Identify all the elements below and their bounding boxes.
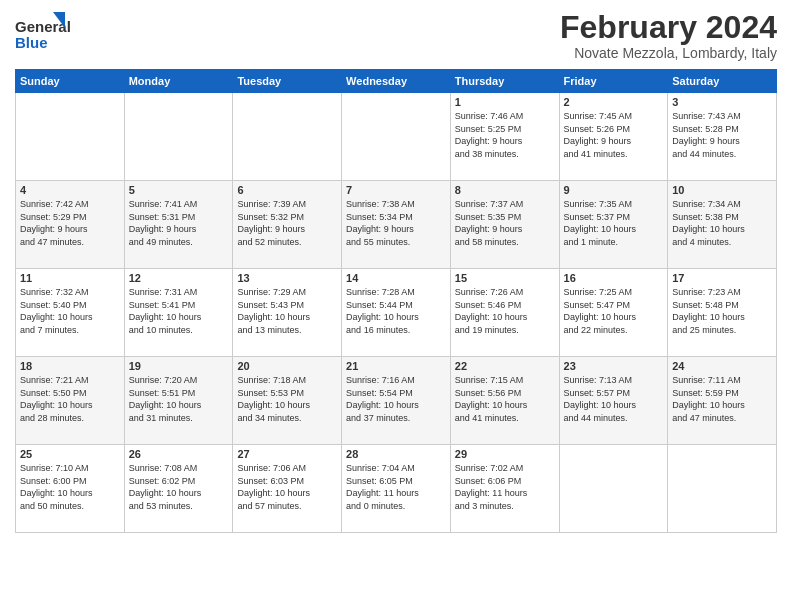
day-info: Sunrise: 7:10 AMSunset: 6:00 PMDaylight:… xyxy=(20,462,120,512)
table-row: 15Sunrise: 7:26 AMSunset: 5:46 PMDayligh… xyxy=(450,269,559,357)
table-row: 26Sunrise: 7:08 AMSunset: 6:02 PMDayligh… xyxy=(124,445,233,533)
table-row: 29Sunrise: 7:02 AMSunset: 6:06 PMDayligh… xyxy=(450,445,559,533)
day-number: 29 xyxy=(455,448,555,460)
table-row: 21Sunrise: 7:16 AMSunset: 5:54 PMDayligh… xyxy=(342,357,451,445)
day-number: 21 xyxy=(346,360,446,372)
calendar-table: Sunday Monday Tuesday Wednesday Thursday… xyxy=(15,69,777,533)
day-number: 13 xyxy=(237,272,337,284)
table-row: 17Sunrise: 7:23 AMSunset: 5:48 PMDayligh… xyxy=(668,269,777,357)
table-row: 24Sunrise: 7:11 AMSunset: 5:59 PMDayligh… xyxy=(668,357,777,445)
day-info: Sunrise: 7:46 AMSunset: 5:25 PMDaylight:… xyxy=(455,110,555,160)
day-info: Sunrise: 7:08 AMSunset: 6:02 PMDaylight:… xyxy=(129,462,229,512)
table-row: 7Sunrise: 7:38 AMSunset: 5:34 PMDaylight… xyxy=(342,181,451,269)
day-info: Sunrise: 7:31 AMSunset: 5:41 PMDaylight:… xyxy=(129,286,229,336)
table-row: 9Sunrise: 7:35 AMSunset: 5:37 PMDaylight… xyxy=(559,181,668,269)
day-number: 18 xyxy=(20,360,120,372)
title-section: February 2024 Novate Mezzola, Lombardy, … xyxy=(560,10,777,61)
day-number: 17 xyxy=(672,272,772,284)
day-info: Sunrise: 7:21 AMSunset: 5:50 PMDaylight:… xyxy=(20,374,120,424)
col-thursday: Thursday xyxy=(450,70,559,93)
day-number: 15 xyxy=(455,272,555,284)
day-number: 6 xyxy=(237,184,337,196)
day-info: Sunrise: 7:04 AMSunset: 6:05 PMDaylight:… xyxy=(346,462,446,512)
day-info: Sunrise: 7:41 AMSunset: 5:31 PMDaylight:… xyxy=(129,198,229,248)
table-row: 14Sunrise: 7:28 AMSunset: 5:44 PMDayligh… xyxy=(342,269,451,357)
day-number: 25 xyxy=(20,448,120,460)
month-year-title: February 2024 xyxy=(560,10,777,45)
table-row: 22Sunrise: 7:15 AMSunset: 5:56 PMDayligh… xyxy=(450,357,559,445)
calendar-week-row: 18Sunrise: 7:21 AMSunset: 5:50 PMDayligh… xyxy=(16,357,777,445)
table-row: 16Sunrise: 7:25 AMSunset: 5:47 PMDayligh… xyxy=(559,269,668,357)
table-row: 13Sunrise: 7:29 AMSunset: 5:43 PMDayligh… xyxy=(233,269,342,357)
day-info: Sunrise: 7:29 AMSunset: 5:43 PMDaylight:… xyxy=(237,286,337,336)
col-wednesday: Wednesday xyxy=(342,70,451,93)
day-info: Sunrise: 7:23 AMSunset: 5:48 PMDaylight:… xyxy=(672,286,772,336)
location-subtitle: Novate Mezzola, Lombardy, Italy xyxy=(560,45,777,61)
day-info: Sunrise: 7:35 AMSunset: 5:37 PMDaylight:… xyxy=(564,198,664,248)
day-info: Sunrise: 7:28 AMSunset: 5:44 PMDaylight:… xyxy=(346,286,446,336)
logo: General Blue xyxy=(15,10,70,58)
col-tuesday: Tuesday xyxy=(233,70,342,93)
day-info: Sunrise: 7:13 AMSunset: 5:57 PMDaylight:… xyxy=(564,374,664,424)
day-number: 27 xyxy=(237,448,337,460)
day-number: 28 xyxy=(346,448,446,460)
day-number: 9 xyxy=(564,184,664,196)
day-number: 2 xyxy=(564,96,664,108)
table-row: 23Sunrise: 7:13 AMSunset: 5:57 PMDayligh… xyxy=(559,357,668,445)
day-number: 19 xyxy=(129,360,229,372)
col-friday: Friday xyxy=(559,70,668,93)
svg-text:Blue: Blue xyxy=(15,34,48,51)
table-row: 5Sunrise: 7:41 AMSunset: 5:31 PMDaylight… xyxy=(124,181,233,269)
table-row: 11Sunrise: 7:32 AMSunset: 5:40 PMDayligh… xyxy=(16,269,125,357)
header: General Blue February 2024 Novate Mezzol… xyxy=(15,10,777,61)
day-number: 1 xyxy=(455,96,555,108)
day-info: Sunrise: 7:45 AMSunset: 5:26 PMDaylight:… xyxy=(564,110,664,160)
day-number: 11 xyxy=(20,272,120,284)
day-number: 16 xyxy=(564,272,664,284)
table-row xyxy=(16,93,125,181)
day-info: Sunrise: 7:34 AMSunset: 5:38 PMDaylight:… xyxy=(672,198,772,248)
table-row xyxy=(124,93,233,181)
day-info: Sunrise: 7:26 AMSunset: 5:46 PMDaylight:… xyxy=(455,286,555,336)
table-row: 27Sunrise: 7:06 AMSunset: 6:03 PMDayligh… xyxy=(233,445,342,533)
day-info: Sunrise: 7:32 AMSunset: 5:40 PMDaylight:… xyxy=(20,286,120,336)
logo-icon: General Blue xyxy=(15,10,70,58)
table-row: 25Sunrise: 7:10 AMSunset: 6:00 PMDayligh… xyxy=(16,445,125,533)
day-info: Sunrise: 7:38 AMSunset: 5:34 PMDaylight:… xyxy=(346,198,446,248)
day-number: 22 xyxy=(455,360,555,372)
day-number: 10 xyxy=(672,184,772,196)
table-row xyxy=(233,93,342,181)
day-info: Sunrise: 7:16 AMSunset: 5:54 PMDaylight:… xyxy=(346,374,446,424)
day-number: 23 xyxy=(564,360,664,372)
day-number: 7 xyxy=(346,184,446,196)
table-row: 3Sunrise: 7:43 AMSunset: 5:28 PMDaylight… xyxy=(668,93,777,181)
calendar-week-row: 11Sunrise: 7:32 AMSunset: 5:40 PMDayligh… xyxy=(16,269,777,357)
table-row: 1Sunrise: 7:46 AMSunset: 5:25 PMDaylight… xyxy=(450,93,559,181)
table-row: 19Sunrise: 7:20 AMSunset: 5:51 PMDayligh… xyxy=(124,357,233,445)
table-row: 4Sunrise: 7:42 AMSunset: 5:29 PMDaylight… xyxy=(16,181,125,269)
day-info: Sunrise: 7:15 AMSunset: 5:56 PMDaylight:… xyxy=(455,374,555,424)
table-row xyxy=(668,445,777,533)
day-info: Sunrise: 7:37 AMSunset: 5:35 PMDaylight:… xyxy=(455,198,555,248)
table-row: 2Sunrise: 7:45 AMSunset: 5:26 PMDaylight… xyxy=(559,93,668,181)
table-row: 10Sunrise: 7:34 AMSunset: 5:38 PMDayligh… xyxy=(668,181,777,269)
day-info: Sunrise: 7:11 AMSunset: 5:59 PMDaylight:… xyxy=(672,374,772,424)
table-row: 8Sunrise: 7:37 AMSunset: 5:35 PMDaylight… xyxy=(450,181,559,269)
day-info: Sunrise: 7:39 AMSunset: 5:32 PMDaylight:… xyxy=(237,198,337,248)
table-row: 6Sunrise: 7:39 AMSunset: 5:32 PMDaylight… xyxy=(233,181,342,269)
day-number: 12 xyxy=(129,272,229,284)
day-info: Sunrise: 7:43 AMSunset: 5:28 PMDaylight:… xyxy=(672,110,772,160)
day-info: Sunrise: 7:20 AMSunset: 5:51 PMDaylight:… xyxy=(129,374,229,424)
calendar-header-row: Sunday Monday Tuesday Wednesday Thursday… xyxy=(16,70,777,93)
day-info: Sunrise: 7:42 AMSunset: 5:29 PMDaylight:… xyxy=(20,198,120,248)
calendar-week-row: 1Sunrise: 7:46 AMSunset: 5:25 PMDaylight… xyxy=(16,93,777,181)
day-number: 20 xyxy=(237,360,337,372)
calendar-week-row: 25Sunrise: 7:10 AMSunset: 6:00 PMDayligh… xyxy=(16,445,777,533)
day-number: 4 xyxy=(20,184,120,196)
day-number: 5 xyxy=(129,184,229,196)
day-number: 26 xyxy=(129,448,229,460)
col-saturday: Saturday xyxy=(668,70,777,93)
day-info: Sunrise: 7:25 AMSunset: 5:47 PMDaylight:… xyxy=(564,286,664,336)
page-container: General Blue February 2024 Novate Mezzol… xyxy=(0,0,792,538)
table-row xyxy=(559,445,668,533)
